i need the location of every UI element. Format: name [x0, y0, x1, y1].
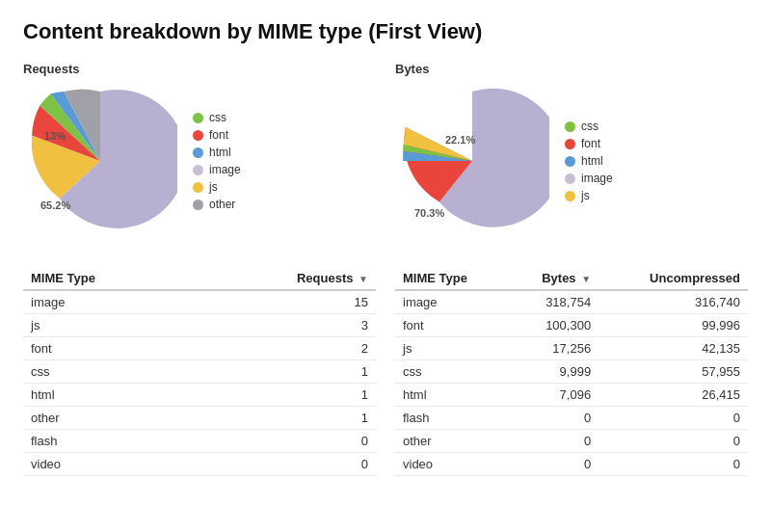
- bytes-chart-label: Bytes: [395, 62, 748, 76]
- mime-cell: html: [23, 384, 192, 407]
- bytes-chart-section: Bytes 70.3% 22.1%: [395, 62, 748, 238]
- image-dot: [193, 165, 203, 175]
- html-label: html: [209, 146, 231, 159]
- uncompressed-cell: 0: [598, 453, 748, 476]
- bytes-bytes-header: Bytes ▼: [508, 267, 598, 290]
- bytes-html-dot: [565, 156, 575, 167]
- css-dot: [193, 113, 203, 123]
- uncompressed-cell: 0: [598, 407, 748, 430]
- requests-chart-section: Requests: [23, 62, 376, 238]
- requests-cell: 15: [192, 290, 376, 314]
- bytes-image-dot: [565, 173, 575, 184]
- bytes-cell: 0: [508, 407, 598, 430]
- mime-cell: js: [395, 337, 508, 360]
- mime-cell: other: [23, 407, 192, 430]
- uncompressed-cell: 316,740: [598, 290, 748, 314]
- bytes-css-label: css: [581, 120, 598, 133]
- requests-cell: 0: [192, 430, 376, 453]
- requests-chart-inner: 65.2% 13% css font html image: [23, 84, 376, 238]
- table-row: flash00: [395, 407, 748, 430]
- mime-cell: css: [395, 360, 508, 384]
- requests-cell: 1: [192, 384, 376, 407]
- table-row: html1: [23, 384, 376, 407]
- table-row: font2: [23, 337, 376, 360]
- bytes-table-section: MIME Type Bytes ▼ Uncompressed image318,…: [395, 267, 748, 476]
- bytes-legend-item-html: html: [565, 154, 613, 168]
- html-dot: [193, 147, 203, 158]
- table-row: css9,99957,955: [395, 360, 748, 384]
- mime-cell: other: [395, 430, 508, 453]
- requests-requests-header: Requests ▼: [192, 267, 376, 290]
- uncompressed-cell: 0: [598, 430, 748, 453]
- bytes-cell: 0: [508, 430, 598, 453]
- requests-chart-label: Requests: [23, 62, 376, 76]
- charts-row: Requests: [23, 62, 748, 238]
- table-row: video0: [23, 453, 376, 476]
- requests-pie-container: 65.2% 13%: [23, 84, 177, 238]
- table-row: font100,30099,996: [395, 314, 748, 337]
- mime-cell: css: [23, 360, 192, 384]
- bytes-cell: 9,999: [508, 360, 598, 384]
- mime-cell: js: [23, 314, 192, 337]
- legend-item-image: image: [193, 163, 241, 176]
- image-label: image: [209, 163, 241, 176]
- table-row: flash0: [23, 430, 376, 453]
- table-row: css1: [23, 360, 376, 384]
- bytes-pie-svg: [395, 84, 549, 238]
- bytes-legend-item-js: js: [565, 189, 613, 202]
- bytes-chart-inner: 70.3% 22.1% css font html image: [395, 84, 748, 238]
- tables-row: MIME Type Requests ▼ image15js3font2css1…: [23, 267, 748, 476]
- bytes-cell: 17,256: [508, 337, 598, 360]
- bytes-js-dot: [565, 191, 575, 201]
- css-label: css: [209, 111, 226, 124]
- bytes-legend-item-image: image: [565, 172, 613, 185]
- uncompressed-cell: 99,996: [598, 314, 748, 337]
- mime-cell: image: [395, 290, 508, 314]
- mime-cell: image: [23, 290, 192, 314]
- sort-arrow-bytes: ▼: [581, 274, 591, 284]
- other-label: other: [209, 198, 235, 211]
- other-dot: [193, 200, 203, 210]
- table-row: js3: [23, 314, 376, 337]
- bytes-mime-header: MIME Type: [395, 267, 508, 290]
- table-row: js17,25642,135: [395, 337, 748, 360]
- legend-item-other: other: [193, 198, 241, 211]
- mime-cell: html: [395, 384, 508, 407]
- mime-cell: font: [395, 314, 508, 337]
- uncompressed-cell: 26,415: [598, 384, 748, 407]
- mime-cell: flash: [395, 407, 508, 430]
- table-row: image15: [23, 290, 376, 314]
- table-row: image318,754316,740: [395, 290, 748, 314]
- bytes-image-label: image: [581, 172, 613, 185]
- bytes-cell: 0: [508, 453, 598, 476]
- table-row: other00: [395, 430, 748, 453]
- bytes-uncompressed-header: Uncompressed: [598, 267, 748, 290]
- bytes-cell: 100,300: [508, 314, 598, 337]
- bytes-cell: 318,754: [508, 290, 598, 314]
- uncompressed-cell: 57,955: [598, 360, 748, 384]
- requests-cell: 2: [192, 337, 376, 360]
- requests-table-section: MIME Type Requests ▼ image15js3font2css1…: [23, 267, 376, 476]
- bytes-css-dot: [565, 121, 575, 132]
- requests-pie-svg: [23, 84, 177, 238]
- table-row: html7,09626,415: [395, 384, 748, 407]
- legend-item-js: js: [193, 180, 241, 194]
- table-row: other1: [23, 407, 376, 430]
- page-title: Content breakdown by MIME type (First Vi…: [23, 19, 748, 44]
- bytes-cell: 7,096: [508, 384, 598, 407]
- bytes-html-label: html: [581, 154, 603, 168]
- font-dot: [193, 130, 203, 141]
- legend-item-css: css: [193, 111, 241, 124]
- requests-table-header-row: MIME Type Requests ▼: [23, 267, 376, 290]
- bytes-js-label: js: [581, 189, 590, 202]
- legend-item-font: font: [193, 128, 241, 142]
- bytes-font-label: font: [581, 137, 600, 150]
- bytes-pie-container: 70.3% 22.1%: [395, 84, 549, 238]
- bytes-table-header-row: MIME Type Bytes ▼ Uncompressed: [395, 267, 748, 290]
- js-label: js: [209, 180, 218, 194]
- legend-item-html: html: [193, 146, 241, 159]
- requests-cell: 3: [192, 314, 376, 337]
- mime-cell: video: [395, 453, 508, 476]
- font-label: font: [209, 128, 228, 142]
- sort-arrow-requests: ▼: [359, 274, 368, 284]
